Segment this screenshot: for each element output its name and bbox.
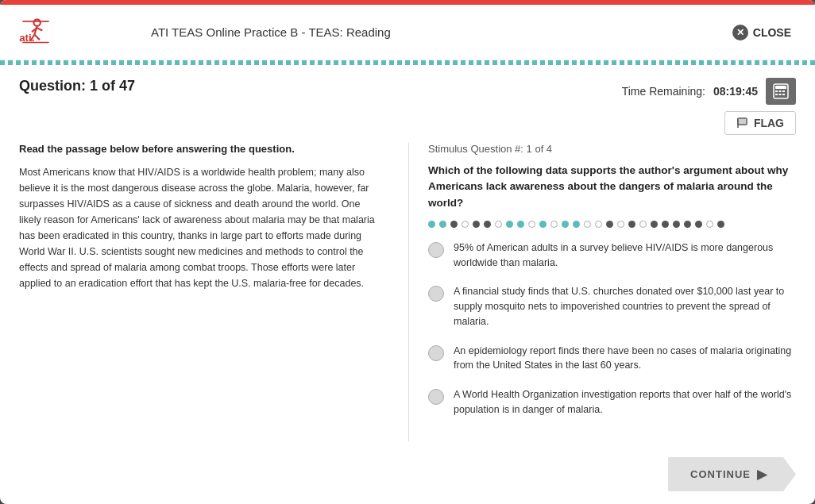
dot-20 xyxy=(639,221,647,228)
close-icon: ✕ xyxy=(732,25,748,40)
dot-11 xyxy=(539,221,547,228)
svg-rect-14 xyxy=(775,94,778,95)
svg-rect-12 xyxy=(779,90,782,92)
dot-9 xyxy=(517,221,524,228)
svg-rect-13 xyxy=(782,90,785,92)
timer-value: 08:19:45 xyxy=(713,85,758,98)
svg-rect-11 xyxy=(775,90,778,92)
dot-17 xyxy=(606,221,613,228)
app-window: ati. ATI TEAS Online Practice B - TEAS: … xyxy=(0,0,815,504)
option-text-a: 95% of American adults in a survey belie… xyxy=(454,240,796,271)
dot-2 xyxy=(439,221,446,228)
flag-icon xyxy=(736,117,749,129)
radio-d[interactable] xyxy=(428,389,444,405)
stimulus-header: Stimulus Question #: 1 of 4 xyxy=(428,143,796,155)
dot-16 xyxy=(595,221,602,228)
svg-text:ati.: ati. xyxy=(19,31,34,43)
left-panel: Read the passage below before answering … xyxy=(19,143,384,441)
question-number: Question: 1 of 47 xyxy=(19,78,135,94)
calculator-icon xyxy=(772,83,790,100)
timer-label: Time Remaining: xyxy=(622,85,705,98)
header: ati. ATI TEAS Online Practice B - TEAS: … xyxy=(0,5,815,60)
radio-b[interactable] xyxy=(428,286,444,302)
svg-rect-10 xyxy=(775,86,786,89)
progress-dots xyxy=(428,221,796,228)
option-text-b: A financial study finds that U.S. church… xyxy=(454,284,796,329)
question-text: Which of the following data supports the… xyxy=(428,163,796,211)
svg-rect-15 xyxy=(779,94,782,95)
dot-18 xyxy=(617,221,624,228)
flag-button[interactable]: FLAG xyxy=(724,111,796,135)
dot-15 xyxy=(584,221,591,228)
dot-8 xyxy=(506,221,513,228)
radio-a[interactable] xyxy=(428,242,444,258)
calculator-button[interactable] xyxy=(766,78,796,105)
dot-4 xyxy=(462,221,469,228)
dot-27 xyxy=(717,221,724,228)
continue-label: CONTINUE xyxy=(690,468,751,480)
arrow-right-icon: ▶ xyxy=(757,467,767,482)
svg-line-3 xyxy=(34,34,40,40)
passage-text: Most Americans know that HIV/AIDS is a w… xyxy=(19,164,384,291)
dot-22 xyxy=(662,221,669,228)
timer-row: Time Remaining: 08:19:45 xyxy=(622,78,796,105)
close-label: CLOSE xyxy=(753,26,791,39)
radio-c[interactable] xyxy=(428,345,444,361)
dot-6 xyxy=(484,221,491,228)
dot-13 xyxy=(562,221,569,228)
right-panel: Stimulus Question #: 1 of 4 Which of the… xyxy=(408,143,796,441)
instruction-text: Read the passage below before answering … xyxy=(19,143,384,155)
dot-7 xyxy=(495,221,502,228)
close-button[interactable]: ✕ CLOSE xyxy=(724,20,799,45)
svg-line-5 xyxy=(37,28,43,30)
dot-1 xyxy=(428,221,435,228)
ati-logo-icon: ati. xyxy=(16,13,56,52)
timer-section: Time Remaining: 08:19:45 xyxy=(622,78,796,135)
answer-option-c[interactable]: An epidemiology report finds there have … xyxy=(428,344,796,374)
svg-marker-19 xyxy=(738,118,747,124)
dot-19 xyxy=(628,221,635,228)
main-content: Read the passage below before answering … xyxy=(0,143,815,449)
dot-14 xyxy=(573,221,580,228)
answer-option-a[interactable]: 95% of American adults in a survey belie… xyxy=(428,240,796,271)
svg-rect-16 xyxy=(782,94,785,95)
dot-3 xyxy=(450,221,458,228)
dot-24 xyxy=(684,221,691,228)
answer-option-b[interactable]: A financial study finds that U.S. church… xyxy=(428,284,796,329)
dot-5 xyxy=(473,221,480,228)
question-header: Question: 1 of 47 Time Remaining: 08:19:… xyxy=(0,65,815,143)
dot-12 xyxy=(550,221,558,228)
continue-button[interactable]: CONTINUE ▶ xyxy=(668,457,796,491)
option-text-c: An epidemiology report finds there have … xyxy=(454,344,796,374)
answer-option-d[interactable]: A World Health Organization investigatio… xyxy=(428,387,796,417)
dot-25 xyxy=(695,221,702,228)
logo: ati. xyxy=(16,13,127,52)
dot-26 xyxy=(706,221,713,228)
flag-label: FLAG xyxy=(754,117,784,129)
content-area: Question: 1 of 47 Time Remaining: 08:19:… xyxy=(0,65,815,504)
footer: CONTINUE ▶ xyxy=(0,449,815,504)
exam-title: ATI TEAS Online Practice B - TEAS: Readi… xyxy=(151,25,724,39)
dot-21 xyxy=(651,221,658,228)
svg-point-0 xyxy=(34,19,41,25)
answer-options: 95% of American adults in a survey belie… xyxy=(428,240,796,417)
dot-10 xyxy=(528,221,535,228)
dot-23 xyxy=(673,221,680,228)
option-text-d: A World Health Organization investigatio… xyxy=(454,387,796,417)
